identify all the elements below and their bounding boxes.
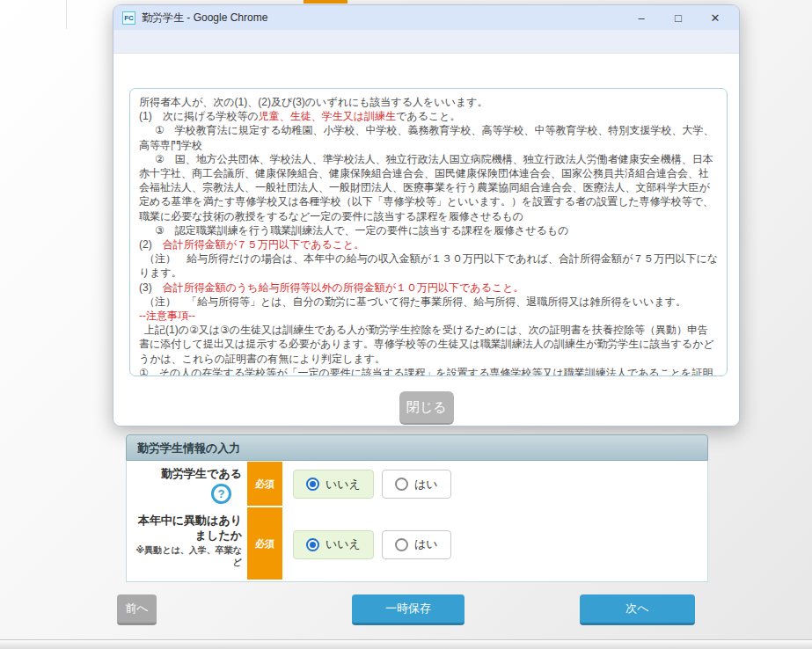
next-button[interactable]: 次へ: [580, 594, 695, 625]
radio-circle-icon: [395, 538, 408, 551]
section-title: 勤労学生情報の入力: [126, 434, 708, 461]
temp-save-button[interactable]: 一時保存: [352, 594, 465, 625]
row-label: 本年中に異動はありましたか: [130, 513, 242, 543]
favicon-icon: FC: [122, 11, 135, 25]
prev-button[interactable]: 前へ: [117, 594, 157, 625]
radio-circle-icon: [395, 478, 408, 491]
form-row-working-student: 勤労学生である ? 必須 いいえ はい: [127, 461, 707, 507]
minimize-icon[interactable]: –: [623, 5, 660, 30]
radio-label: はい: [414, 477, 438, 492]
row-label: 勤労学生である: [130, 466, 242, 481]
radio-option-yes[interactable]: はい: [382, 530, 451, 559]
close-window-icon[interactable]: ✕: [697, 5, 734, 30]
radio-option-no[interactable]: いいえ: [293, 470, 374, 499]
form-body: 勤労学生である ? 必須 いいえ はい 本年中に異動はありましたか ※異動とは、…: [126, 461, 708, 582]
background-step-indicator: [304, 0, 347, 4]
working-student-form: 勤労学生情報の入力 勤労学生である ? 必須 いいえ はい 本年中に異動は: [126, 434, 708, 582]
popup-content: 所得者本人が、次の(1)、(2)及び(3)のいずれにも該当する人をいいます。(1…: [113, 54, 739, 427]
radio-circle-icon: [306, 478, 319, 491]
radio-group-change-this-year: いいえ はい: [282, 507, 707, 581]
row-note: ※異動とは、入学、卒業など: [130, 544, 242, 569]
radio-label: はい: [414, 536, 438, 552]
maximize-icon[interactable]: □: [660, 5, 697, 30]
description-text: 所得者本人が、次の(1)、(2)及び(3)のいずれにも該当する人をいいます。(1…: [129, 88, 728, 376]
radio-label: いいえ: [326, 536, 361, 552]
radio-group-working-student: いいえ はい: [282, 461, 707, 507]
form-row-change-this-year: 本年中に異動はありましたか ※異動とは、入学、卒業など 必須 いいえ はい: [127, 507, 707, 581]
window-titlebar[interactable]: FC 勤労学生 - Google Chrome – □ ✕: [113, 5, 739, 30]
page-footer-bar: [0, 639, 812, 649]
radio-option-no[interactable]: いいえ: [293, 530, 374, 559]
row-label-cell: 本年中に異動はありましたか ※異動とは、入学、卒業など: [127, 507, 247, 581]
window-title: 勤労学生 - Google Chrome: [142, 11, 623, 26]
background-page-edge: [66, 0, 67, 29]
close-dialog-button[interactable]: 閉じる: [399, 391, 454, 425]
radio-circle-icon: [306, 538, 319, 551]
radio-label: いいえ: [326, 477, 361, 492]
row-label-cell: 勤労学生である ?: [127, 461, 247, 507]
help-icon[interactable]: ?: [211, 484, 231, 504]
chrome-popup-window: FC 勤労学生 - Google Chrome – □ ✕ 所得者本人が、次の(…: [113, 4, 740, 427]
required-badge: 必須: [247, 507, 282, 580]
radio-option-yes[interactable]: はい: [382, 470, 451, 499]
popup-header-band: [113, 30, 739, 54]
required-badge: 必須: [247, 462, 282, 506]
